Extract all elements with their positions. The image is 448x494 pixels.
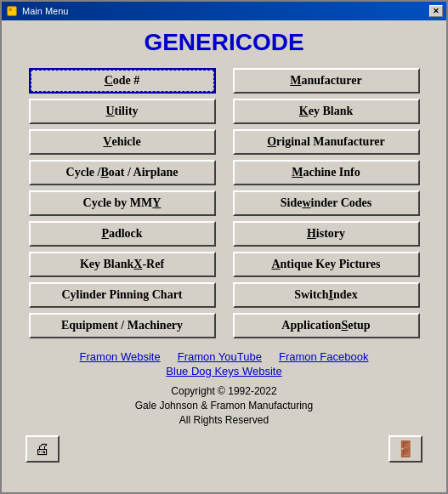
machine-info-button[interactable]: Machine Info bbox=[233, 160, 420, 185]
original-manufacturer-button[interactable]: Original Manufacturer bbox=[233, 129, 420, 155]
blue-dog-link[interactable]: Blue Dog Keys Website bbox=[166, 365, 281, 378]
print-button[interactable]: 🖨 bbox=[26, 435, 60, 463]
equipment-button[interactable]: Equipment / Machinery bbox=[29, 313, 216, 338]
cycle-mmy-button[interactable]: Cycle by MMY bbox=[29, 190, 216, 216]
framon-facebook-link[interactable]: Framon Facebook bbox=[279, 350, 369, 363]
framon-youtube-link[interactable]: Framon YouTube bbox=[178, 350, 262, 363]
sidewinder-codes-button[interactable]: Sidewinder Codes bbox=[233, 190, 420, 216]
title-bar: Main Menu ✕ bbox=[2, 2, 446, 20]
copyright-line1: Copyright © 1992-2022 bbox=[135, 384, 313, 399]
app-title: GENERICODE bbox=[144, 29, 303, 56]
vehicle-button[interactable]: Vehicle bbox=[29, 129, 216, 155]
buttons-grid: Code # Manufacturer Utility Key Blank Ve… bbox=[29, 68, 420, 338]
exit-icon: 🚪 bbox=[396, 440, 415, 458]
key-blank-button[interactable]: Key Blank bbox=[233, 99, 420, 124]
cycle-boat-button[interactable]: Cycle / Boat / Airplane bbox=[29, 160, 216, 185]
padlock-button[interactable]: Padlock bbox=[29, 221, 216, 247]
main-window: Main Menu ✕ GENERICODE Code # Manufactur… bbox=[0, 0, 448, 494]
utility-button[interactable]: Utility bbox=[29, 99, 216, 124]
copyright-section: Copyright © 1992-2022 Gale Johnson & Fra… bbox=[135, 384, 313, 427]
links-section: Framon Website Framon YouTube Framon Fac… bbox=[80, 350, 369, 378]
key-blank-xref-button[interactable]: Key Blank X-Ref bbox=[29, 252, 216, 277]
switch-index-button[interactable]: Switch Index bbox=[233, 282, 420, 308]
links-row-2: Blue Dog Keys Website bbox=[166, 365, 281, 378]
cylinder-pinning-button[interactable]: Cylinder Pinning Chart bbox=[29, 282, 216, 308]
exit-button[interactable]: 🚪 bbox=[388, 435, 422, 463]
main-content: GENERICODE Code # Manufacturer Utility K… bbox=[2, 20, 446, 492]
svg-rect-1 bbox=[9, 9, 13, 12]
close-button[interactable]: ✕ bbox=[429, 5, 443, 17]
window-icon bbox=[5, 4, 19, 18]
bottom-bar: 🖨 🚪 bbox=[19, 432, 429, 466]
window-title: Main Menu bbox=[22, 6, 426, 16]
code-num-button[interactable]: Code # bbox=[29, 68, 216, 94]
antique-key-button[interactable]: Antique Key Pictures bbox=[233, 252, 420, 277]
print-icon: 🖨 bbox=[35, 440, 50, 458]
history-button[interactable]: History bbox=[233, 221, 420, 247]
application-setup-button[interactable]: Application Setup bbox=[233, 313, 420, 338]
links-row-1: Framon Website Framon YouTube Framon Fac… bbox=[80, 350, 369, 363]
framon-website-link[interactable]: Framon Website bbox=[80, 350, 161, 363]
copyright-line2: Gale Johnson & Framon Manufacturing bbox=[135, 399, 313, 413]
copyright-line3: All Rights Reserved bbox=[135, 413, 313, 428]
manufacturer-button[interactable]: Manufacturer bbox=[233, 68, 420, 94]
